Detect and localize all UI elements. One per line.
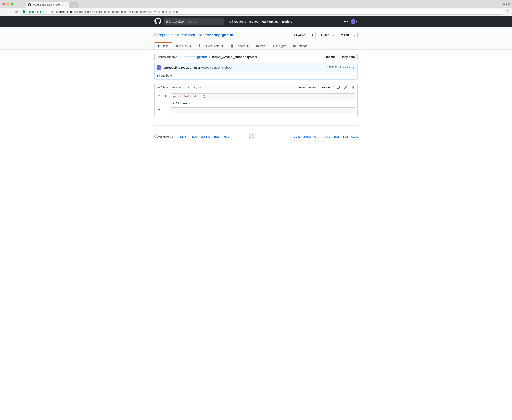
repo-icon: [155, 33, 157, 38]
browser-tab-active[interactable]: sharing-github/hello_world_bin ×: [26, 2, 69, 8]
github-footer-logo[interactable]: [249, 134, 254, 139]
file-lines-info: 50 lines (49 sloc): [157, 86, 184, 89]
create-new-dropdown[interactable]: [344, 20, 349, 23]
maximize-window-button[interactable]: [11, 3, 13, 5]
file-info-separator: [186, 86, 186, 90]
tab-issues[interactable]: Issues 0: [172, 42, 195, 50]
profile-guest-label[interactable]: Guest: [503, 2, 510, 5]
tab-code[interactable]: Code: [155, 42, 172, 50]
footer-copyright: © 2018 GitHub, Inc.: [155, 135, 176, 138]
file-navigation: Branch: master sharing-github / hello_wo…: [155, 54, 357, 60]
nav-marketplace[interactable]: Marketplace: [262, 20, 278, 23]
footer-privacy[interactable]: Privacy: [190, 135, 198, 138]
delete-icon[interactable]: [350, 85, 355, 90]
lock-icon: [23, 10, 25, 14]
browser-titlebar: sharing-github/hello_world_bin × Guest: [0, 0, 512, 8]
forward-button: →: [9, 9, 12, 14]
blame-button[interactable]: Blame: [307, 85, 319, 90]
browser-toolbar: ← → ⟳ GitHub, Inc. [US] | https://github…: [0, 8, 512, 16]
star-count[interactable]: 0: [331, 32, 337, 38]
file-size-info: 812 Bytes: [188, 86, 202, 89]
reload-button[interactable]: ⟳: [15, 9, 18, 14]
user-avatar: [351, 19, 356, 24]
back-button[interactable]: ←: [2, 9, 6, 14]
repo-actions: Watch 0 Star 0 Fork: [292, 32, 357, 38]
repo-nav: Code Issues 0 Pull requests 0 Projects 0…: [155, 42, 357, 50]
tab-pull-requests[interactable]: Pull requests 0: [195, 42, 227, 50]
tab-settings[interactable]: Settings: [289, 42, 310, 50]
minimize-window-button[interactable]: [7, 3, 9, 5]
repo-name-link[interactable]: sharing-github: [207, 33, 233, 37]
footer-api[interactable]: API: [314, 135, 318, 138]
branch-select-button[interactable]: Branch: master: [155, 54, 181, 60]
close-tab-icon[interactable]: ×: [65, 3, 67, 7]
tab-projects[interactable]: Projects 0: [227, 42, 253, 50]
commit-message[interactable]: Added sample notebook: [201, 66, 232, 69]
url-separator: |: [49, 10, 50, 14]
caret-down-icon: [306, 35, 308, 35]
footer-about[interactable]: About: [351, 135, 357, 138]
global-nav: Pull requests Issues Marketplace Explore: [228, 20, 293, 23]
file-header: 50 lines (49 sloc) 812 Bytes Raw Blame H…: [155, 84, 357, 91]
watch-button[interactable]: Watch: [292, 32, 310, 38]
close-window-button[interactable]: [2, 3, 5, 5]
repo-owner-link[interactable]: reproducible-research-user: [159, 33, 203, 37]
watch-count[interactable]: 0: [310, 32, 316, 38]
browser-tab-title: sharing-github/hello_world_bin: [33, 4, 64, 7]
path-separator: /: [209, 55, 210, 59]
breadcrumb-repo[interactable]: sharing-github: [183, 55, 207, 59]
url-company: GitHub, Inc. [US]: [26, 10, 48, 14]
footer-security[interactable]: Security: [201, 135, 210, 138]
raw-button[interactable]: Raw: [297, 85, 307, 90]
caret-down-icon: [347, 21, 349, 22]
footer-terms[interactable]: Terms: [180, 135, 186, 138]
tab-insights[interactable]: Insights: [269, 42, 289, 50]
tab-wiki[interactable]: Wiki: [253, 42, 269, 50]
user-menu-dropdown[interactable]: [351, 19, 357, 24]
caret-down-icon: [178, 57, 179, 57]
repo-title: reproducible-research-user / sharing-git…: [155, 33, 233, 38]
nav-issues[interactable]: Issues: [249, 20, 258, 23]
history-button[interactable]: History: [319, 85, 333, 90]
browser-tabs: sharing-github/hello_world_bin ×: [26, 0, 78, 8]
search-scope[interactable]: This repository: [163, 18, 187, 25]
nav-explore[interactable]: Explore: [282, 20, 292, 23]
contributors[interactable]: 1 contributor: [155, 72, 357, 80]
browser-menu-button[interactable]: ⋮: [506, 9, 510, 14]
footer: © 2018 GitHub, Inc. Terms Privacy Securi…: [155, 125, 357, 139]
search-input[interactable]: [187, 18, 224, 25]
copy-path-button[interactable]: Copy path: [338, 54, 357, 60]
footer-shop[interactable]: Shop: [334, 135, 340, 138]
footer-training[interactable]: Training: [321, 135, 330, 138]
cell-prompt: In [1]:: [157, 93, 171, 99]
star-button[interactable]: Star: [318, 32, 331, 38]
notebook-cell-1-output: Hello World: [157, 101, 355, 106]
commit-author-avatar[interactable]: [157, 66, 161, 70]
new-tab-button[interactable]: [70, 2, 78, 8]
cell-input: print("Hello World"): [171, 93, 355, 99]
url-text: https://github.com/reproducible-research…: [51, 10, 178, 14]
footer-status[interactable]: Status: [214, 135, 221, 138]
notebook-cell-1: In [1]: print("Hello World"): [157, 93, 355, 99]
breadcrumb-file: hello_world_binder.ipynb: [212, 55, 257, 59]
footer-blog[interactable]: Blog: [343, 135, 348, 138]
nav-pull-requests[interactable]: Pull requests: [228, 20, 246, 23]
path-separator: /: [205, 33, 206, 37]
github-logo[interactable]: [155, 18, 161, 25]
notebook-cell-2: In [ ]:: [157, 107, 355, 113]
fork-count[interactable]: 0: [352, 32, 357, 38]
cell-output: Hello World: [171, 101, 355, 106]
commit-author[interactable]: reproducible-research-user: [163, 66, 200, 69]
edit-icon[interactable]: [343, 85, 348, 90]
desktop-icon[interactable]: [335, 85, 341, 90]
repo-header: reproducible-research-user / sharing-git…: [0, 27, 512, 50]
window-controls: [2, 3, 13, 5]
footer-help[interactable]: Help: [224, 135, 229, 138]
commit-sha[interactable]: 1058240: [327, 66, 338, 69]
github-favicon-icon: [28, 3, 31, 7]
address-bar[interactable]: GitHub, Inc. [US] | https://github.com/r…: [21, 9, 503, 15]
notebook-preview: In [1]: print("Hello World") Hello World…: [155, 91, 357, 117]
fork-button[interactable]: Fork: [339, 32, 352, 38]
footer-contact[interactable]: Contact GitHub: [294, 135, 311, 138]
find-file-button[interactable]: Find file: [322, 54, 338, 60]
